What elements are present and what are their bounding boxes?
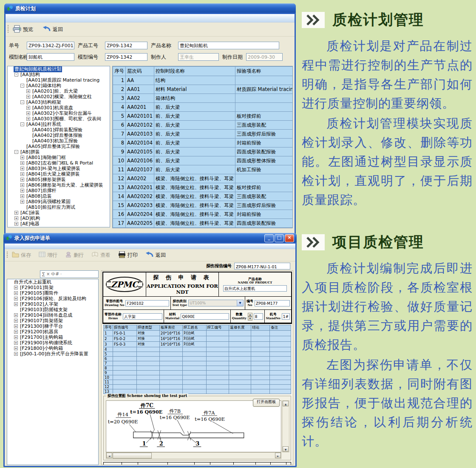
maximize-button[interactable]: □ bbox=[275, 234, 284, 242]
collapse-icon[interactable]: - bbox=[20, 122, 24, 126]
expand-icon[interactable]: + bbox=[14, 302, 18, 306]
expand-icon[interactable]: + bbox=[14, 352, 18, 356]
expand-icon[interactable]: + bbox=[14, 291, 18, 295]
expand-icon[interactable]: + bbox=[14, 346, 18, 350]
toolbar-grip[interactable] bbox=[8, 25, 8, 34]
product-name-field[interactable]: 曹妃甸卸船机 bbox=[178, 42, 279, 49]
table-row[interactable]: 6 bbox=[104, 357, 291, 361]
expand-icon[interactable]: + bbox=[20, 167, 24, 170]
expand-icon[interactable]: + bbox=[20, 156, 24, 159]
expand-icon[interactable]: + bbox=[20, 183, 24, 187]
expand-icon[interactable]: + bbox=[20, 161, 24, 165]
expand-icon[interactable]: + bbox=[26, 89, 30, 93]
column-header[interactable]: 序号 bbox=[104, 325, 113, 331]
table-row[interactable]: 11 bbox=[104, 380, 291, 385]
expand-icon[interactable]: + bbox=[14, 216, 18, 220]
vertical-scrollbar[interactable]: ▲ ▼ bbox=[282, 400, 289, 452]
tree-filter-box[interactable]: ∑ × 中# · bbox=[40, 270, 99, 278]
back-button[interactable]: 返回 bbox=[144, 250, 167, 260]
scroll-up-icon[interactable]: ▲ bbox=[283, 401, 289, 406]
dropdown-arrow-icon[interactable]: ▼ bbox=[237, 300, 243, 306]
table-row[interactable]: 8AA020104前、后大梁封箱前报验 bbox=[113, 139, 293, 147]
scroll-down-icon[interactable]: ▼ bbox=[283, 446, 289, 452]
author-field[interactable]: 王幸生 bbox=[178, 53, 219, 61]
expand-icon[interactable]: + bbox=[14, 330, 18, 334]
column-header[interactable]: 焊缝类型 bbox=[136, 325, 159, 331]
expand-icon[interactable]: + bbox=[14, 324, 18, 328]
column-header[interactable]: 备注 bbox=[270, 325, 291, 331]
column-header[interactable]: 结论 bbox=[251, 325, 270, 331]
table-row[interactable]: 2FS-0-2对接16*16*T16刘治斌 bbox=[104, 336, 291, 342]
tree-item-label[interactable]: [AE]电器 bbox=[20, 221, 40, 227]
tree-item[interactable]: +[AB06]梯形架与后大梁、上横梁拼装 bbox=[8, 182, 110, 188]
test-type-dropdown[interactable]: UT100% ▼ bbox=[188, 300, 244, 306]
toolbar-grip[interactable] bbox=[7, 252, 8, 258]
table-row[interactable]: 12AA0202横梁、海陆侧立柱、接料斗梁、耳梁 bbox=[113, 174, 293, 183]
stand-no-field[interactable]: 1# bbox=[282, 313, 290, 320]
table-row[interactable]: 15AA020203横梁、海陆侧立柱、接料斗梁、耳梁三面成形焊后报验 bbox=[113, 201, 293, 210]
table-row[interactable]: 13AA020201横梁、海陆侧立柱、接料斗梁、耳梁板对接焊前 bbox=[113, 183, 293, 192]
view-button[interactable]: 查看 bbox=[90, 251, 112, 260]
model-no-field[interactable]: ZP09-1342 bbox=[105, 53, 147, 61]
product-no-field[interactable]: ZP09-1342 bbox=[105, 42, 147, 49]
column-header[interactable]: 焊工编号 bbox=[206, 325, 229, 331]
column-header[interactable]: 层次码 bbox=[126, 67, 154, 76]
close-button[interactable]: × bbox=[285, 234, 294, 242]
column-header[interactable]: 报验项名称 bbox=[235, 67, 293, 76]
preview-button[interactable]: 预览 bbox=[11, 24, 34, 35]
expand-icon[interactable]: + bbox=[14, 222, 18, 226]
expand-icon[interactable]: + bbox=[26, 111, 30, 115]
table-row[interactable]: 11AA020107前、后大梁机加工报验 bbox=[113, 165, 293, 174]
expand-icon[interactable]: + bbox=[20, 194, 24, 198]
product-name-field[interactable]: 自升式水上起重机 bbox=[223, 285, 287, 292]
expand-icon[interactable]: + bbox=[14, 319, 18, 323]
table-row[interactable]: 8 bbox=[104, 366, 291, 371]
back-button[interactable]: 返回 bbox=[41, 25, 64, 34]
table-row[interactable]: 7AA020103前、后大梁三面成形焊后报验 bbox=[113, 130, 293, 139]
expand-icon[interactable]: + bbox=[14, 335, 18, 339]
table-row[interactable]: 1AA结构 bbox=[113, 76, 293, 85]
table-row[interactable]: 4AA0201前、后大梁 bbox=[113, 103, 293, 112]
expand-icon[interactable]: + bbox=[20, 189, 24, 193]
expand-icon[interactable]: + bbox=[20, 200, 24, 204]
column-header[interactable]: 焊工姓名 bbox=[182, 325, 206, 331]
table-row[interactable]: 3FS-0-3对接16*16*T16刘治斌 bbox=[104, 342, 291, 347]
scroll-left-icon[interactable]: ◄ bbox=[106, 453, 112, 458]
table-row[interactable]: 10AA020106前、后大梁四面成形整体报验 bbox=[113, 156, 293, 165]
open-drawing-board-button[interactable]: 打开画图板 bbox=[253, 399, 280, 407]
table-row[interactable]: 2AA01材料 Material材质跟踪 Material tracing bbox=[113, 85, 293, 94]
scrollbar-thumb[interactable] bbox=[113, 453, 152, 459]
plan-window-titlebar[interactable]: 质检计划 bbox=[4, 3, 296, 14]
table-row[interactable]: 13 bbox=[104, 389, 291, 394]
expand-icon[interactable]: + bbox=[26, 117, 30, 121]
table-row[interactable]: 5 bbox=[104, 352, 291, 357]
save-button[interactable]: 保存 bbox=[11, 251, 32, 260]
table-row[interactable]: 12 bbox=[104, 385, 291, 389]
table-row[interactable]: 7 bbox=[104, 361, 291, 366]
print-button[interactable]: 打印 bbox=[117, 250, 139, 260]
no-field[interactable]: ZP08-M177 bbox=[255, 300, 290, 306]
report-no-field[interactable]: ZP08-M177-NU-1-01 bbox=[234, 263, 290, 269]
expand-icon[interactable]: + bbox=[14, 211, 18, 215]
quantity-field[interactable]: 8 bbox=[254, 313, 263, 320]
table-row[interactable]: 4 bbox=[104, 347, 291, 352]
expand-icon[interactable]: + bbox=[14, 313, 18, 317]
table-row[interactable]: 1FS-0-1对接20*16*T16刘治斌 bbox=[104, 331, 291, 336]
table-row[interactable]: 17AA020205横梁、海陆侧立柱、接料斗梁、耳梁四面成形装配报验 bbox=[113, 219, 293, 228]
table-row[interactable]: 9 bbox=[104, 371, 291, 375]
tree-item-label[interactable]: [JS00-1-00]自升式平台升降装置 bbox=[19, 351, 89, 357]
collapse-icon[interactable]: - bbox=[20, 100, 24, 104]
table-row[interactable]: 3AA02箱体结构 bbox=[113, 94, 293, 103]
expand-icon[interactable]: + bbox=[14, 341, 18, 345]
table-row[interactable]: 16AA020204横梁、海陆侧立柱、接料斗梁、耳梁封箱前报验 bbox=[113, 210, 293, 219]
spin-down-icon[interactable]: ▼ bbox=[248, 317, 252, 321]
expand-icon[interactable]: + bbox=[20, 178, 24, 182]
ndt-window-titlebar[interactable]: 录入探伤申请单 _ □ × bbox=[3, 233, 297, 244]
tree-item[interactable]: +[AB07]后撑杆 bbox=[8, 188, 110, 193]
table-row[interactable]: 14AA020202横梁、海陆侧立柱、接料斗梁、耳梁三面成形装配 bbox=[113, 192, 293, 201]
spin-up-icon[interactable]: ▲ bbox=[248, 313, 252, 317]
tree-item[interactable]: +[JS00-1-00]自升式平台升降装置 bbox=[7, 351, 98, 357]
tree-item[interactable]: +[AE]电器 bbox=[8, 221, 110, 227]
expand-icon[interactable]: + bbox=[14, 297, 18, 301]
made-date-field[interactable]: 2009-09-30 bbox=[246, 53, 283, 61]
